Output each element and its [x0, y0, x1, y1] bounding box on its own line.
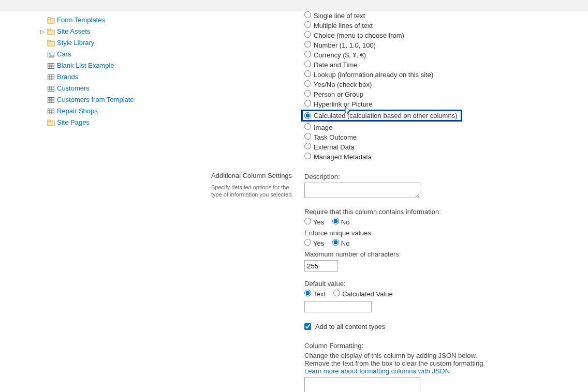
- top-ribbon-gap: [0, 0, 588, 11]
- column-type-option[interactable]: Number (1, 1.0, 100): [304, 41, 588, 51]
- column-type-option[interactable]: Currency ($, ¥, €): [304, 51, 588, 61]
- column-type-label: Hyperlink or Picture: [314, 100, 372, 108]
- column-type-label: Yes/No (check box): [314, 81, 372, 88]
- column-type-label: Task Outcome: [314, 133, 357, 141]
- formatting-help-link[interactable]: Learn more about formatting columns with…: [304, 367, 450, 375]
- list-icon: [48, 74, 55, 81]
- nav-item-cars[interactable]: Cars: [40, 49, 211, 60]
- column-type-label: Image: [314, 124, 332, 131]
- column-type-label: Multiple lines of text: [314, 22, 373, 29]
- nav-item-form-templates[interactable]: Form Templates: [40, 14, 211, 26]
- section-desc-additional: Specify detailed options for the type of…: [211, 184, 298, 198]
- column-type-radio-list: Single line of textMultiple lines of tex…: [304, 11, 588, 162]
- nav-link[interactable]: Customers: [57, 84, 90, 93]
- column-type-radio[interactable]: [304, 21, 311, 28]
- column-type-radio[interactable]: [304, 41, 311, 48]
- svg-rect-5: [48, 40, 51, 42]
- section-title-additional: Additional Column Settings: [211, 172, 298, 179]
- svg-point-7: [49, 53, 51, 54]
- nav-link[interactable]: Customers from Template: [57, 95, 134, 104]
- nav-link[interactable]: Blank List Example: [57, 61, 114, 70]
- label-require: Require that this column contains inform…: [304, 208, 588, 216]
- column-type-radio[interactable]: [304, 51, 311, 57]
- column-type-label: Calculated (calculation based on other c…: [314, 112, 458, 119]
- nav-link[interactable]: Style Library: [57, 38, 94, 48]
- picture-icon: [48, 51, 55, 58]
- column-type-radio[interactable]: [304, 153, 311, 159]
- column-type-option[interactable]: Date and Time: [304, 61, 588, 70]
- column-type-label: Date and Time: [314, 61, 358, 69]
- unique-yes[interactable]: Yes: [304, 239, 324, 247]
- nav-item-customers[interactable]: Customers: [40, 83, 211, 94]
- column-type-option[interactable]: Managed Metadata: [304, 153, 588, 162]
- column-type-radio[interactable]: [304, 123, 311, 130]
- label-unique: Enforce unique values:: [304, 229, 588, 237]
- column-type-label: Currency ($, ¥, €): [314, 51, 366, 59]
- add-to-content-types-checkbox[interactable]: [304, 323, 311, 330]
- column-type-option[interactable]: Choice (menu to choose from): [304, 31, 588, 41]
- nav-item-blank-list[interactable]: Blank List Example: [40, 60, 211, 71]
- column-type-radio[interactable]: [304, 112, 311, 119]
- column-type-option[interactable]: Image: [304, 123, 588, 133]
- expand-icon[interactable]: ▷: [40, 27, 47, 36]
- column-type-option[interactable]: External Data: [304, 143, 588, 153]
- label-default: Default value:: [304, 280, 588, 288]
- nav-link[interactable]: Site Assets: [57, 27, 90, 36]
- description-input[interactable]: [304, 183, 420, 198]
- require-yes[interactable]: Yes: [304, 218, 324, 226]
- require-no[interactable]: No: [332, 218, 350, 226]
- column-type-option[interactable]: Lookup (information already on this site…: [304, 70, 588, 80]
- column-type-radio[interactable]: [304, 90, 311, 97]
- nav-link[interactable]: Site Pages: [57, 118, 90, 127]
- default-calc[interactable]: Calculated Value: [333, 290, 392, 298]
- nav-tree: Form Templates ▷ Site Assets Style Libra…: [40, 14, 211, 128]
- svg-rect-34: [48, 120, 51, 122]
- folder-icon: [48, 119, 55, 126]
- column-type-option[interactable]: Multiple lines of text: [304, 21, 588, 31]
- list-icon: [48, 63, 55, 69]
- label-add-to-ct: Add to all content types: [315, 323, 385, 330]
- svg-rect-13: [48, 74, 54, 80]
- column-type-option[interactable]: Task Outcome: [304, 133, 588, 143]
- folder-icon: [48, 17, 55, 24]
- maxchars-input[interactable]: [304, 260, 338, 272]
- mouse-cursor-icon: [345, 106, 352, 115]
- column-type-option[interactable]: Yes/No (check box): [304, 80, 588, 90]
- default-value-input[interactable]: [304, 301, 372, 312]
- column-type-option[interactable]: Single line of text: [304, 11, 588, 21]
- nav-link[interactable]: Repair Shops: [57, 107, 98, 116]
- folder-icon: [48, 28, 55, 35]
- column-type-label: Number (1, 1.0, 100): [314, 41, 376, 49]
- column-type-radio[interactable]: [304, 70, 311, 77]
- main-content: Single line of textMultiple lines of tex…: [211, 11, 588, 392]
- column-type-radio[interactable]: [304, 80, 311, 87]
- column-type-label: Choice (menu to choose from): [314, 32, 404, 39]
- column-type-option[interactable]: Person or Group: [304, 90, 588, 100]
- nav-item-brands[interactable]: Brands: [40, 71, 211, 83]
- column-type-radio[interactable]: [304, 100, 311, 107]
- nav-link[interactable]: Brands: [57, 72, 78, 82]
- default-radio-group: Text Calculated Value: [304, 290, 588, 298]
- column-type-label: External Data: [314, 143, 355, 151]
- formatting-json-input[interactable]: [304, 377, 420, 392]
- unique-radio-group: Yes No: [304, 239, 588, 247]
- nav-item-site-assets[interactable]: ▷ Site Assets: [40, 26, 211, 37]
- column-type-radio[interactable]: [304, 143, 311, 149]
- nav-item-customers-template[interactable]: Customers from Template: [40, 94, 211, 105]
- nav-item-site-pages[interactable]: Site Pages: [40, 117, 211, 128]
- nav-link[interactable]: Form Templates: [57, 16, 105, 25]
- list-icon: [48, 108, 55, 115]
- default-text[interactable]: Text: [304, 290, 326, 298]
- column-type-radio[interactable]: [304, 133, 311, 140]
- svg-rect-28: [48, 109, 54, 114]
- nav-link[interactable]: Cars: [57, 50, 71, 59]
- column-type-radio[interactable]: [304, 61, 311, 67]
- unique-no[interactable]: No: [332, 239, 350, 247]
- nav-item-repair-shops[interactable]: Repair Shops: [40, 105, 211, 117]
- column-type-radio[interactable]: [304, 11, 311, 18]
- nav-item-style-library[interactable]: Style Library: [40, 37, 211, 49]
- site-nav-sidebar: Form Templates ▷ Site Assets Style Libra…: [0, 11, 211, 392]
- column-type-radio[interactable]: [304, 31, 311, 38]
- formatting-note1: Change the display of this column by add…: [304, 352, 588, 359]
- svg-rect-1: [48, 18, 51, 19]
